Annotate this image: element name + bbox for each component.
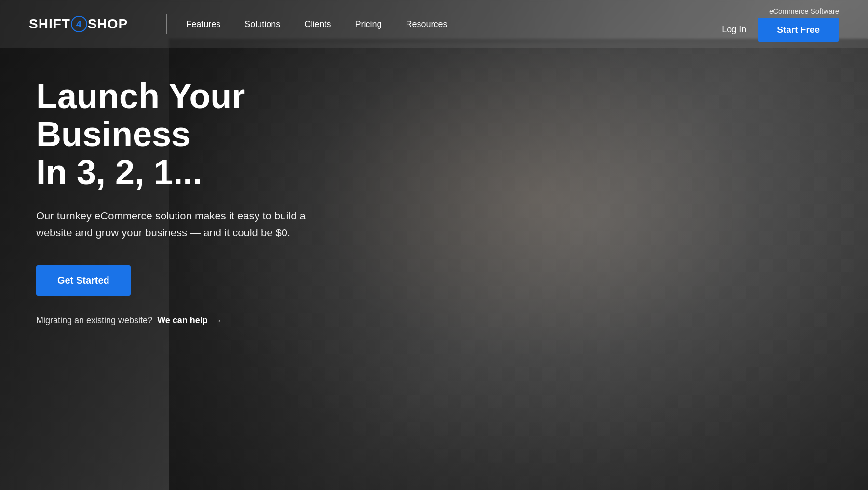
get-started-button[interactable]: Get Started (36, 265, 131, 296)
logo-prefix: SHIFT (29, 16, 70, 32)
logo-text: SHIFT4SHOP (29, 16, 128, 32)
hero-content: Launch Your Business In 3, 2, 1... Our t… (36, 77, 374, 326)
hero-title-line1: Launch Your Business (36, 77, 245, 153)
nav-item-solutions[interactable]: Solutions (244, 19, 280, 29)
hero-title-line2: In 3, 2, 1... (36, 153, 202, 191)
hero-section: SHIFT4SHOP Features Solutions Clients Pr… (0, 0, 868, 490)
migrate-label: Migrating an existing website? (36, 315, 152, 326)
logo: SHIFT4SHOP (29, 16, 128, 32)
login-button[interactable]: Log In (722, 25, 746, 35)
arrow-icon: → (213, 315, 222, 326)
nav-actions: Log In Start Free (722, 18, 839, 42)
nav-links: Features Solutions Clients Pricing Resou… (186, 19, 722, 29)
hero-title: Launch Your Business In 3, 2, 1... (36, 77, 374, 192)
migrate-link[interactable]: We can help (157, 315, 208, 326)
migrate-section: Migrating an existing website? We can he… (36, 315, 374, 326)
hero-cta-area: Get Started (36, 265, 374, 311)
logo-suffix: SHOP (88, 16, 128, 32)
navbar: SHIFT4SHOP Features Solutions Clients Pr… (0, 0, 868, 48)
nav-item-features[interactable]: Features (186, 19, 220, 29)
hero-subtitle: Our turnkey eCommerce solution makes it … (36, 207, 316, 241)
nav-item-resources[interactable]: Resources (406, 19, 447, 29)
nav-item-pricing[interactable]: Pricing (355, 19, 381, 29)
ecommerce-label: eCommerce Software (769, 7, 839, 15)
nav-right: eCommerce Software Log In Start Free (722, 7, 839, 42)
logo-number: 4 (71, 16, 87, 32)
nav-item-clients[interactable]: Clients (304, 19, 331, 29)
start-free-button[interactable]: Start Free (758, 18, 839, 42)
logo-divider (166, 14, 167, 34)
